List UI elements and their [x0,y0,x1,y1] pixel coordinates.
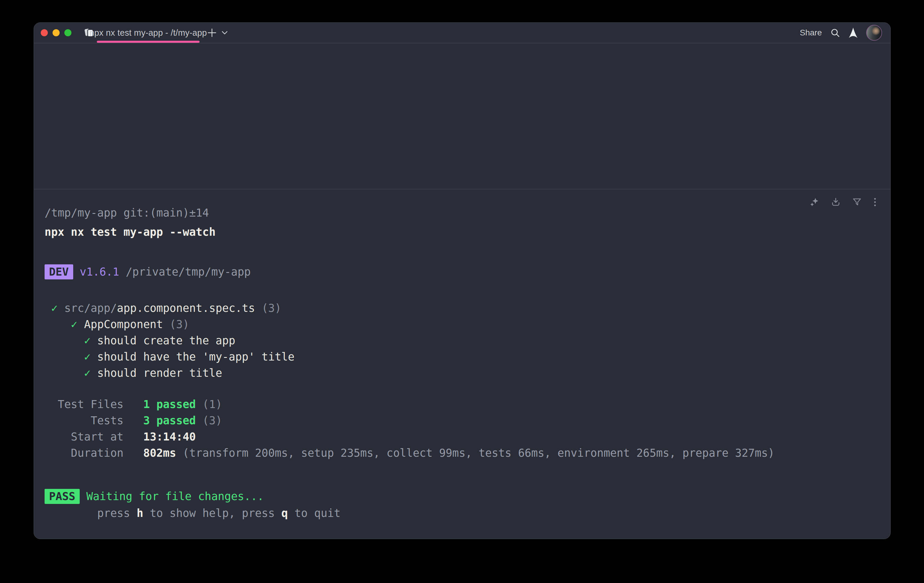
tab-dropdown-chevron-icon[interactable] [221,31,228,35]
spec-file-line: ✓ src/app/app.component.spec.ts (3) [45,300,879,316]
warp-logo-icon[interactable] [848,27,858,38]
summary-duration: Duration 802ms (transform 200ms, setup 2… [45,445,879,461]
text-segment: Tests [45,414,143,427]
download-icon[interactable] [831,197,841,207]
sparkles-ai-icon[interactable] [810,197,820,207]
zoom-button[interactable] [64,29,71,36]
text-segment: /tmp/my-app git:(main)±14 [45,206,209,219]
text-segment: v1.6.1 [73,265,119,278]
tab-title: npx nx test my-app - /t/my-app [89,28,207,38]
text-segment: should create the app [97,334,235,347]
text-segment [45,351,84,363]
active-tab-indicator [97,41,200,43]
command-block: /tmp/my-app git:(main)±14npx nx test my-… [34,189,890,521]
more-options-icon[interactable] [873,197,877,207]
user-avatar[interactable] [866,25,882,41]
text-segment: 3 passed [143,414,196,427]
text-segment: (3) [163,318,189,331]
text-segment [45,318,71,331]
text-segment: Duration [45,447,143,459]
test-line: ✓ should have the 'my-app' title [45,349,879,365]
check-icon: ✓ [51,302,64,315]
summary-test-files: Test Files 1 passed (1) [45,396,879,412]
text-segment: (3) [255,302,281,315]
text-segment: to quit [288,507,340,520]
text-segment [45,302,51,315]
window-controls [34,29,71,36]
filter-icon[interactable] [852,197,862,207]
text-segment: npx nx test my-app --watch [45,226,216,239]
suite-line: ✓ AppComponent (3) [45,316,879,333]
check-icon: ✓ [84,351,97,363]
tab-active[interactable]: npx nx test my-app - /t/my-app [97,23,200,43]
terminal-window: npx nx test my-app - /t/my-app Share [34,22,891,539]
pass-line: PASS Waiting for file changes... [45,488,879,504]
text-segment: Start at [45,430,143,443]
test-line: ✓ should render title [45,365,879,381]
text-segment: to show help, press [143,507,281,520]
check-icon: ✓ [84,334,97,347]
summary-tests: Tests 3 passed (3) [45,412,879,429]
text-segment: app.component.spec.ts [117,302,255,315]
prompt-line: /tmp/my-app git:(main)±14 [45,205,879,221]
test-line: ✓ should create the app [45,333,879,349]
text-segment: (3) [196,414,222,427]
dev-status-line: DEV v1.6.1 /private/tmp/my-app [45,264,879,280]
command-line: npx nx test my-app --watch [45,224,879,240]
titlebar: npx nx test my-app - /t/my-app Share [34,23,890,43]
text-segment: AppComponent [84,318,163,331]
text-segment: Waiting for file changes... [80,490,264,503]
terminal-output: /tmp/my-app git:(main)±14npx nx test my-… [45,205,879,521]
titlebar-right-cluster: Share [800,25,890,41]
check-icon: ✓ [84,367,97,379]
text-segment: src/app/ [64,302,117,315]
text-segment [45,334,84,347]
text-segment: q [281,507,288,520]
text-segment: h [137,507,143,520]
text-segment: (transform 200ms, setup 235ms, collect 9… [176,447,775,459]
text-segment: (1) [196,398,222,411]
previous-command-block [34,43,890,189]
share-button[interactable]: Share [800,28,822,38]
text-segment [45,367,84,379]
text-segment: /private/tmp/my-app [119,265,251,278]
text-segment: 1 passed [143,398,196,411]
text-segment: should have the 'my-app' title [97,351,294,363]
text-segment: press [45,507,137,520]
new-tab-plus-icon[interactable] [207,28,217,38]
search-icon[interactable] [830,28,840,38]
close-button[interactable] [41,29,48,36]
text-segment: 802ms [143,447,176,459]
text-segment: should render title [97,367,222,379]
text-segment: 13:14:40 [143,430,196,443]
text-segment: Test Files [45,398,143,411]
dev-badge: DEV [45,264,73,279]
help-line: press h to show help, press q to quit [45,505,879,521]
pass-badge: PASS [45,489,80,504]
minimize-button[interactable] [53,29,59,36]
block-toolbar [810,197,877,207]
summary-start-at: Start at 13:14:40 [45,429,879,445]
check-icon: ✓ [71,318,84,331]
